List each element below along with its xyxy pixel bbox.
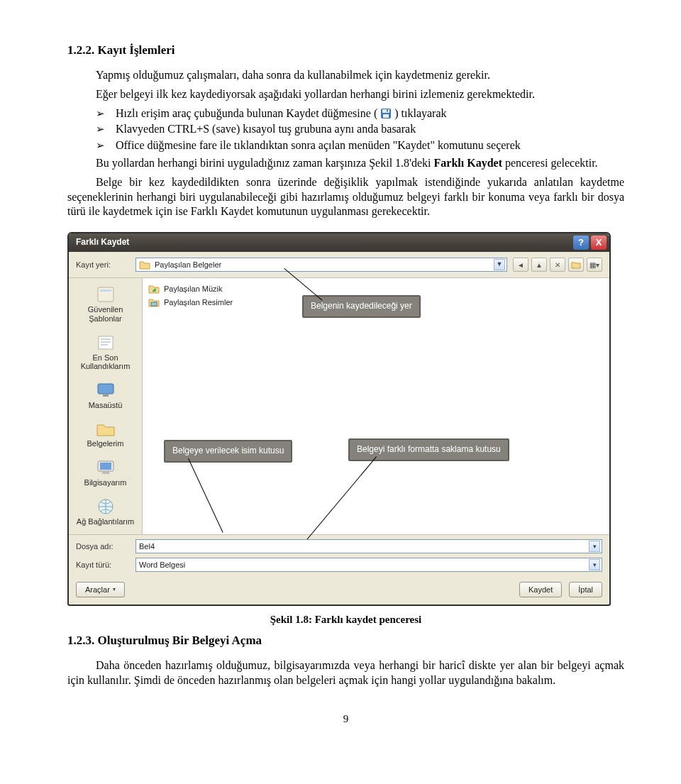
svg-rect-2 [383,114,389,118]
filetype-select[interactable]: Word Belgesi ▾ [135,558,602,572]
dialog-titlebar: Farklı Kaydet ? X [69,233,609,252]
bullet-1-text-a: Hızlı erişim araç çubuğunda bulunan Kayd… [116,107,377,119]
folder-icon [139,260,150,270]
cancel-button[interactable]: İptal [569,582,602,597]
paragraph-result: Bu yollardan herhangi birini uyguladığın… [67,156,624,171]
place-network[interactable]: Ağ Bağlantılarım [69,493,142,532]
bullet-mark: ➢ [96,138,116,153]
bullet-1: ➢ Hızlı erişim araç çubuğunda bulunan Ka… [67,106,624,121]
views-icon[interactable]: ▦ ▾ [587,258,602,272]
svg-rect-3 [387,109,388,111]
help-button[interactable]: ? [573,236,589,250]
bullet-2: ➢ Klavyeden CTRL+S (save) kısayol tuş gr… [67,122,624,137]
figure-caption: Şekil 1.8: Farklı kaydet penceresi [67,613,624,627]
place-recent[interactable]: En Son Kullandıklarım [69,329,142,377]
bullet-mark: ➢ [96,122,116,136]
toolbar-icons: ◄ ▲ ✕ ▦ ▾ [513,258,602,272]
bullet-list: ➢ Hızlı erişim araç çubuğunda bulunan Ka… [67,106,624,153]
place-documents[interactable]: Belgelerim [69,415,142,454]
place-trusted-templates[interactable]: Güvenilen Şablonlar [69,281,142,328]
callout-filetype: Belgeyi farklı formatta saklama kutusu [348,438,509,461]
file-item-music[interactable]: Paylaşılan Müzik [148,282,604,295]
dialog-footer: Araçlar▾ Kaydet İptal [69,578,609,604]
paragraph-open: Daha önceden hazırlamış olduğumuz, bilgi… [67,658,624,688]
svg-rect-6 [99,336,113,349]
save-button[interactable]: Kaydet [519,582,562,597]
chevron-down-icon: ▾ [589,541,600,552]
filename-input[interactable]: Bel4 ▾ [135,539,602,553]
callout-filename: Belgeye verilecek isim kutusu [164,440,292,463]
chevron-down-icon: ▼ [494,259,505,270]
dialog-topbar: Kayıt yeri: Paylaşılan Belgeler ▼ ◄ ▲ ✕ … [69,252,609,278]
place-desktop[interactable]: Masaüstü [69,377,142,416]
svg-rect-5 [100,289,111,292]
paragraph-explain: Belge bir kez kaydedildikten sonra üzeri… [67,175,624,219]
svg-rect-7 [98,384,114,394]
svg-rect-8 [103,394,109,397]
svg-rect-13 [151,302,157,306]
dialog-fields: Dosya adı: Bel4 ▾ Kayıt türü: Word Belge… [69,534,609,578]
section-2-heading: 1.2.3. Oluşturulmuş Bir Belgeyi Açma [67,633,624,648]
file-list-pane[interactable]: Paylaşılan Müzik Paylaşılan Resimler Bel… [143,278,609,534]
folder-music-icon [148,284,160,294]
bullet-3-text: Office düğmesine fare ile tıklandıktan s… [116,138,624,153]
svg-rect-11 [102,472,109,474]
save-as-dialog: Farklı Kaydet ? X Kayıt yeri: Paylaşılan… [67,232,611,606]
filetype-label: Kayıt türü: [76,560,130,570]
bullet-mark: ➢ [96,106,116,121]
bullet-2-text: Klavyeden CTRL+S (save) kısayol tuş grub… [116,122,624,137]
delete-icon[interactable]: ✕ [550,258,565,272]
paragraph-intro-2: Eğer belgeyi ilk kez kaydediyorsak aşağı… [67,87,624,102]
save-in-value: Paylaşılan Belgeler [155,260,221,270]
section-1-heading: 1.2.2. Kayıt İşlemleri [67,43,624,58]
tools-button[interactable]: Araçlar▾ [76,582,125,597]
bullet-1-text-b: ) tıklayarak [394,107,446,119]
chevron-down-icon: ▾ [589,559,600,570]
new-folder-icon[interactable] [568,258,584,272]
bullet-3: ➢ Office düğmesine fare ile tıklandıktan… [67,138,624,153]
save-icon [380,108,392,119]
svg-rect-10 [100,463,111,470]
folder-pictures-icon [148,297,160,307]
place-computer[interactable]: Bilgisayarım [69,454,142,493]
paragraph-intro-1: Yapmış olduğumuz çalışmaları, daha sonra… [67,68,624,83]
places-bar: Güvenilen Şablonlar En Son Kullandıkları… [69,278,143,534]
dialog-title: Farklı Kaydet [76,237,129,248]
save-in-combo[interactable]: Paylaşılan Belgeler ▼ [135,258,507,272]
page-number: 9 [67,712,624,727]
save-in-label: Kayıt yeri: [76,260,130,270]
back-icon[interactable]: ◄ [513,258,528,272]
svg-rect-1 [382,109,389,113]
up-icon[interactable]: ▲ [531,258,547,272]
close-button[interactable]: X [591,236,607,250]
filename-label: Dosya adı: [76,541,130,551]
